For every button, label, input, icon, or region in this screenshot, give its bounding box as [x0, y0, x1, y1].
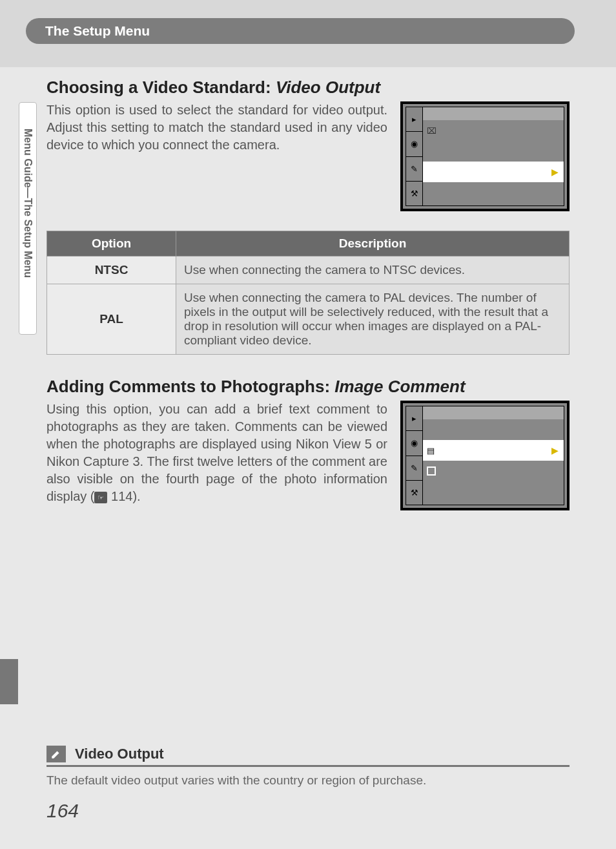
option-cell: NTSC [47, 257, 176, 284]
section2-intro: Using this option, you can add a brief t… [46, 401, 387, 505]
description-cell: Use when connecting the camera to PAL de… [176, 284, 570, 355]
section-title-plain: Adding Comments to Photographs: [46, 377, 334, 396]
card-icon: ▤ [427, 446, 435, 456]
table-head-option: Option [47, 231, 176, 257]
date-icon: ⌧ [427, 126, 436, 136]
section-title-image-comment: Adding Comments to Photographs: Image Co… [46, 377, 570, 397]
section-title-plain: Choosing a Video Standard: [46, 78, 276, 97]
checkbox-icon [427, 466, 436, 476]
description-cell: Use when connecting the camera to NTSC d… [176, 257, 570, 284]
camera-icon: ◉ [406, 431, 422, 456]
chevron-right-icon: ▶ [551, 167, 559, 177]
playback-icon: ▸ [406, 107, 422, 132]
lcd-menu-row [423, 419, 564, 440]
setup-icon: ⚒ [406, 481, 422, 505]
side-guide-label: Menu Guide—The Setup Menu [19, 102, 37, 335]
footnote-box: Video Output The default video output va… [46, 746, 570, 788]
option-cell: PAL [47, 284, 176, 355]
lcd-menu-row-highlight: ▶ [423, 162, 564, 182]
lcd-tab-column: ▸ ◉ ✎ ⚒ [406, 406, 423, 505]
pencil-note-icon [46, 746, 66, 762]
pencil-icon: ✎ [406, 456, 422, 481]
section-title-italic: Video Output [276, 78, 380, 97]
section-title-video-output: Choosing a Video Standard: Video Output [46, 78, 570, 98]
section-title-italic: Image Comment [334, 377, 465, 396]
lcd-tab-column: ▸ ◉ ✎ ⚒ [406, 107, 423, 205]
page-number: 164 [46, 800, 79, 822]
lcd-menu-row [423, 182, 564, 203]
lcd-menu-header [423, 406, 564, 419]
setup-icon: ⚒ [406, 182, 422, 205]
table-row: NTSC Use when connecting the camera to N… [47, 257, 570, 284]
table-head-description: Description [176, 231, 570, 257]
chapter-tab: The Setup Menu [26, 18, 575, 44]
lcd-menu-row [423, 461, 564, 481]
lcd-menu-row-highlight: ▤▶ [423, 440, 564, 461]
options-table: Option Description NTSC Use when connect… [46, 231, 570, 355]
playback-icon: ▸ [406, 406, 422, 431]
lcd-menu-row: ⌧ [423, 120, 564, 141]
pencil-icon: ✎ [406, 157, 422, 182]
footnote-title: Video Output [75, 746, 164, 762]
lcd-screenshot-image-comment: ▸ ◉ ✎ ⚒ ▤▶ [400, 401, 570, 510]
footnote-body: The default video output varies with the… [46, 773, 570, 788]
lcd-menu-row [423, 141, 564, 162]
lcd-menu-header [423, 107, 564, 120]
camera-icon: ◉ [406, 132, 422, 156]
page-reference-icon: ☞ [94, 492, 107, 503]
lcd-menu-row [423, 481, 564, 502]
chapter-tab-label: The Setup Menu [45, 23, 150, 39]
section1-intro: This option is used to select the standa… [46, 101, 387, 154]
thumb-index-marker [0, 659, 18, 704]
chevron-right-icon: ▶ [551, 445, 559, 456]
lcd-screenshot-video-output: ▸ ◉ ✎ ⚒ ⌧ ▶ [400, 101, 570, 211]
table-row: PAL Use when connecting the camera to PA… [47, 284, 570, 355]
